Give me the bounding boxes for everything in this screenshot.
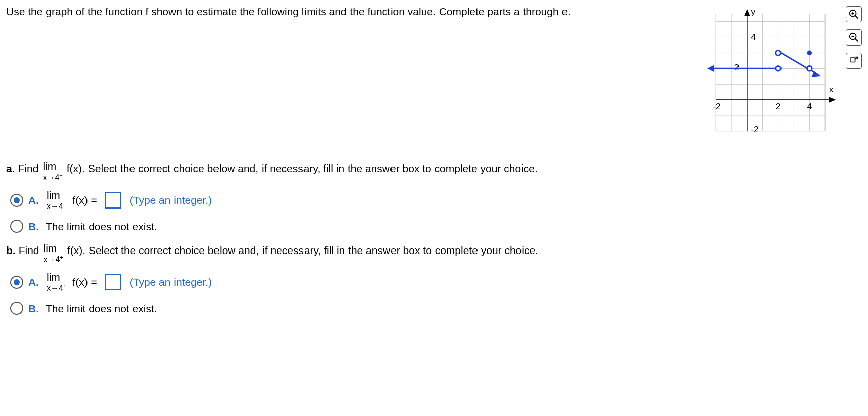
- part-a-label: a.: [6, 161, 15, 176]
- svg-text:-2: -2: [713, 101, 720, 111]
- part-b-option-a-radio[interactable]: [10, 276, 23, 289]
- part-b-option-b-radio[interactable]: [10, 302, 23, 315]
- part-b-hint: (Type an integer.): [129, 275, 212, 289]
- svg-text:2: 2: [776, 101, 781, 111]
- part-b-option-b-text: The limit does not exist.: [46, 301, 157, 316]
- x-axis-label: x: [829, 84, 834, 94]
- part-a-option-b-text: The limit does not exist.: [46, 219, 157, 234]
- part-b-find: Find: [19, 243, 39, 258]
- svg-line-36: [855, 16, 858, 19]
- svg-point-32: [776, 51, 781, 56]
- limit-expression-a-opt: lim x→4−: [47, 190, 66, 211]
- function-graph: y x 4 2 -2 -2 2 4: [704, 4, 841, 146]
- svg-marker-19: [829, 97, 835, 102]
- zoom-in-icon[interactable]: [846, 6, 862, 22]
- choice-a-letter-b: A.: [28, 275, 40, 289]
- svg-line-40: [855, 39, 858, 42]
- svg-marker-18: [745, 10, 750, 16]
- svg-text:2: 2: [734, 62, 740, 72]
- choice-b-letter-b: B.: [28, 301, 40, 316]
- zoom-out-icon[interactable]: [846, 29, 862, 46]
- svg-marker-29: [707, 65, 714, 72]
- part-b-label: b.: [6, 243, 16, 258]
- svg-point-34: [807, 51, 812, 56]
- part-b-answer-input[interactable]: [105, 274, 121, 290]
- limit-expression-a: lim x→4−: [42, 161, 62, 182]
- svg-point-33: [807, 66, 812, 71]
- svg-text:4: 4: [807, 101, 812, 111]
- part-a-option-b-radio[interactable]: [10, 220, 23, 233]
- choice-b-letter: B.: [28, 219, 40, 234]
- limit-expression-b: lim x→4+: [44, 243, 63, 264]
- choice-a-letter: A.: [28, 193, 40, 207]
- svg-text:-2: -2: [751, 124, 759, 134]
- part-a-answer-input[interactable]: [105, 192, 121, 209]
- y-axis-label: y: [751, 7, 756, 17]
- svg-line-27: [781, 53, 807, 68]
- part-a-hint: (Type an integer.): [129, 193, 212, 207]
- svg-text:4: 4: [751, 32, 756, 42]
- popout-icon[interactable]: [846, 53, 862, 69]
- question-instructions: Use the graph of the function f shown to…: [6, 4, 704, 19]
- svg-point-31: [776, 66, 781, 71]
- part-a-option-a-radio[interactable]: [10, 194, 23, 207]
- part-a-find: Find: [18, 161, 39, 176]
- limit-expression-b-opt: lim x→4+: [47, 272, 66, 293]
